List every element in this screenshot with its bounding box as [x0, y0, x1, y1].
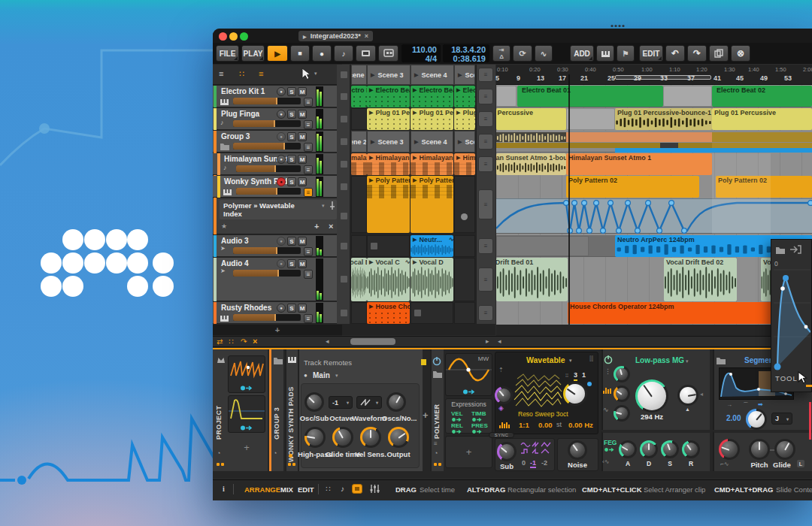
follow-icon[interactable]: ↷: [241, 337, 247, 346]
time-signature[interactable]: 4/4: [426, 54, 437, 63]
playhead[interactable]: [568, 74, 570, 325]
add-icon[interactable]: +: [466, 446, 472, 458]
clip-play-icon[interactable]: ▶: [456, 108, 460, 117]
popup-import-icon[interactable]: [789, 245, 801, 255]
popup-envelope-curve[interactable]: [773, 269, 810, 371]
high-pass-knob[interactable]: [304, 427, 326, 448]
stop-clip-button[interactable]: [341, 276, 347, 283]
lp-env-knob[interactable]: [677, 385, 698, 406]
stop-button[interactable]: ■: [290, 45, 310, 62]
osc-sub-knob[interactable]: [304, 392, 324, 412]
launcher-clip[interactable]: ▶Himalayan ...: [411, 153, 453, 175]
seg-sync-select[interactable]: J▾: [771, 413, 792, 425]
wavetable-caret[interactable]: ▾: [569, 358, 572, 364]
pointer-tool-icon[interactable]: [301, 68, 311, 80]
track-routing-button[interactable]: ≡: [304, 143, 313, 152]
launcher-scroll-right-icon[interactable]: ▸: [486, 337, 489, 345]
fill-button[interactable]: ∿: [535, 45, 553, 62]
volume-fader[interactable]: [236, 188, 301, 195]
seg-mode-icon[interactable]: →: [726, 401, 732, 408]
track-arm-button[interactable]: ●: [277, 259, 286, 268]
chain-close-icon[interactable]: ×: [329, 222, 333, 231]
track-mute-button[interactable]: M: [298, 177, 307, 186]
group-scene-cell[interactable]: Scene 2: [351, 131, 367, 153]
lp-res-knob[interactable]: [614, 405, 630, 422]
track-solo-button[interactable]: S: [287, 155, 296, 164]
volume-fader[interactable]: [233, 270, 301, 277]
launcher-clip[interactable]: ▶Vocal C∿: [367, 258, 410, 301]
empty-clip-slot[interactable]: [454, 176, 475, 233]
scene-play-icon[interactable]: ▶: [414, 139, 418, 145]
position-time[interactable]: 0:38.619: [453, 54, 486, 63]
segments-folder-icon[interactable]: [716, 355, 726, 365]
scene-play-icon[interactable]: ▶: [458, 72, 462, 78]
wavetable-mod-knob[interactable]: [495, 386, 513, 404]
clip-play-icon[interactable]: ▶: [413, 258, 417, 267]
row-more-button[interactable]: ≡: [478, 238, 493, 254]
chain-caret-icon[interactable]: ▾: [322, 203, 325, 209]
launcher-clip[interactable]: ▶Poly Patter...: [367, 176, 410, 233]
launcher-clip[interactable]: ▶Vocal D: [411, 258, 453, 301]
stop-clip-button[interactable]: [341, 138, 347, 145]
loop-button[interactable]: ⟳: [513, 45, 532, 62]
arranger-clip[interactable]: Electro Beat 02: [712, 86, 812, 107]
sub-knob[interactable]: [497, 442, 517, 461]
view-edit[interactable]: EDIT: [298, 485, 314, 494]
scene-play-icon[interactable]: ▶: [458, 139, 462, 145]
clip-play-icon[interactable]: ▶: [369, 108, 373, 117]
wavetable-title[interactable]: Wavetable: [526, 355, 565, 364]
arranger-scroll-left-icon[interactable]: ◂: [498, 337, 501, 345]
sustain-knob[interactable]: [661, 440, 679, 458]
wavetable-preset-name[interactable]: Reso Sweep 3oct: [518, 410, 568, 418]
clear-icon[interactable]: ×: [253, 337, 257, 346]
track-arm-button[interactable]: ●: [277, 87, 286, 96]
unison-spread[interactable]: 1: [582, 371, 586, 379]
redo-button[interactable]: ↷: [687, 45, 707, 62]
track-arm-button[interactable]: ●: [277, 110, 286, 119]
pitch-env-knob[interactable]: [719, 439, 740, 460]
volume-fader[interactable]: [233, 120, 301, 127]
layout-grid-icon[interactable]: ∷: [229, 337, 233, 346]
file-menu-button[interactable]: FILE: [216, 45, 239, 62]
seg-rate-knob[interactable]: [746, 409, 767, 430]
minimize-window-button[interactable]: [229, 32, 238, 41]
volume-fader[interactable]: [233, 314, 301, 321]
stop-clip-button[interactable]: [341, 161, 347, 168]
wonky-vertical-label[interactable]: WONKY SYNTH PADS: [287, 368, 295, 462]
row-more-button[interactable]: ≡: [478, 268, 493, 292]
track-solo-button[interactable]: S: [287, 237, 296, 246]
insert-device-plus[interactable]: +: [423, 410, 429, 421]
slot-stop-square[interactable]: [371, 243, 377, 249]
waveform-select[interactable]: ▾: [356, 396, 382, 409]
track-routing-button[interactable]: ≡: [304, 247, 313, 256]
arranger-clip[interactable]: Plug 01 Percussive: [496, 108, 566, 130]
track-routing-button[interactable]: ≡: [304, 314, 313, 323]
list-view-icon[interactable]: ≡: [259, 69, 263, 78]
project-tab-close-icon[interactable]: ×: [365, 32, 368, 40]
maximize-window-button[interactable]: [240, 32, 248, 41]
empty-clip-slot[interactable]: [351, 235, 367, 257]
add-track-row[interactable]: +: [213, 325, 342, 335]
undo-button[interactable]: ↶: [665, 45, 685, 62]
track-arm-button[interactable]: ●: [277, 177, 286, 186]
metronome-button[interactable]: [356, 45, 376, 62]
track-solo-button[interactable]: S: [287, 132, 296, 141]
volume-fader[interactable]: [233, 143, 301, 150]
grid-view-icon[interactable]: ∷: [239, 69, 244, 79]
launcher-scroll-left-icon[interactable]: ◂: [326, 337, 329, 345]
polymer-add-slot[interactable]: +: [445, 436, 492, 468]
track-name[interactable]: Audio 4: [221, 259, 249, 268]
cutoff-value[interactable]: 294 Hz: [635, 413, 668, 421]
row-more-button[interactable]: ≡: [478, 111, 493, 127]
arranger-clip[interactable]: Poly Pattern 02: [566, 176, 699, 198]
mixer-sliders-icon[interactable]: [370, 484, 380, 494]
track-routing-button[interactable]: ≡: [304, 165, 313, 174]
scene-play-icon[interactable]: ▶: [371, 139, 374, 145]
launcher-clip[interactable]: ▶Electro Bea...: [454, 86, 475, 107]
launcher-scrollbar[interactable]: [350, 338, 395, 345]
scene-header[interactable]: ▶Sce: [454, 65, 475, 85]
display-profile-button[interactable]: [378, 45, 398, 62]
unison-voices[interactable]: 3: [574, 371, 577, 381]
pitch-knob[interactable]: [749, 439, 770, 460]
attack-knob[interactable]: [619, 440, 637, 458]
